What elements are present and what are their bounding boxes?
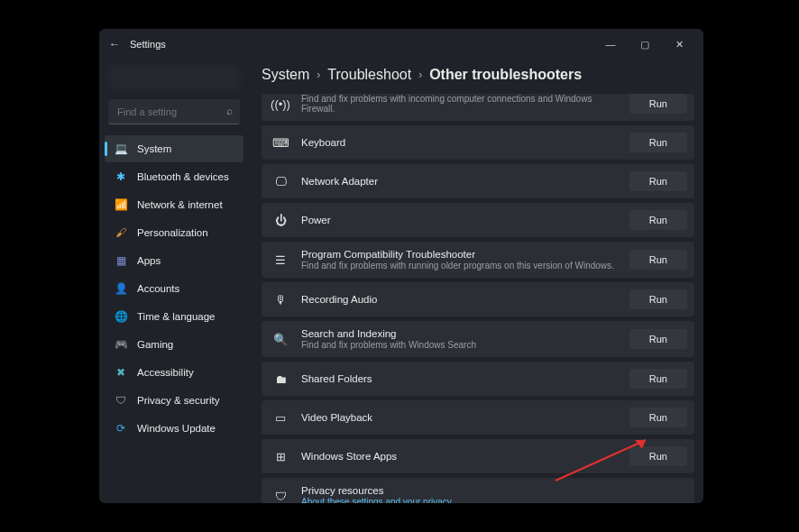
sidebar-item-personalization[interactable]: 🖌Personalization (105, 219, 243, 246)
row-text: Power (301, 215, 622, 225)
crumb-system[interactable]: System (262, 67, 309, 83)
troubleshooter-row: ⊞Windows Store AppsRun (262, 439, 694, 473)
sidebar-item-label: Accounts (137, 283, 179, 294)
row-text: Search and IndexingFind and fix problems… (301, 328, 622, 350)
nav-icon: ✖ (114, 365, 128, 380)
troubleshooter-row: 🖿Shared FoldersRun (262, 362, 694, 396)
maximize-button[interactable]: ▢ (628, 32, 662, 57)
sidebar-item-network-internet[interactable]: 📶Network & internet (105, 191, 243, 218)
nav-icon: 📶 (114, 197, 128, 212)
run-button[interactable]: Run (629, 171, 687, 191)
sidebar-item-label: Apps (137, 255, 161, 266)
sidebar-item-accessibility[interactable]: ✖Accessibility (105, 359, 243, 386)
sidebar-item-label: Accessibility (137, 367, 194, 378)
row-title: Video Playback (301, 412, 622, 423)
row-text: Video Playback (301, 412, 622, 423)
row-text: Shared Folders (301, 373, 622, 384)
row-title: Power (301, 215, 622, 225)
sidebar-item-gaming[interactable]: 🎮Gaming (105, 331, 243, 358)
row-icon: ▭ (271, 411, 290, 425)
search-box: ⌕ (108, 99, 240, 124)
row-icon: ((•)) (271, 97, 290, 111)
row-title: Program Compatibility Troubleshooter (301, 249, 622, 260)
row-text: Keyboard (301, 137, 622, 148)
sidebar: ⌕ 💻System✱Bluetooth & devices📶Network & … (99, 60, 249, 503)
troubleshooter-row: ☰Program Compatibility TroubleshooterFin… (262, 242, 694, 278)
minimize-button[interactable]: — (593, 32, 628, 57)
troubleshooter-row: 🖵Network AdapterRun (262, 164, 694, 198)
row-icon: ⊞ (271, 450, 290, 463)
row-title: Recording Audio (301, 294, 622, 305)
row-text: Network Adapter (301, 176, 622, 187)
run-button[interactable]: Run (629, 250, 687, 270)
row-text: Windows Store Apps (301, 451, 622, 462)
row-icon: ⌨ (271, 136, 290, 150)
settings-window: ← Settings — ▢ ✕ ⌕ 💻System✱Bluetooth & d… (99, 29, 703, 503)
troubleshooter-list: ((•))Incoming ConnectionsFind and fix pr… (262, 94, 694, 503)
sidebar-item-system[interactable]: 💻System (105, 135, 243, 162)
run-button[interactable]: Run (629, 329, 687, 349)
nav-icon: 💻 (114, 142, 128, 156)
row-desc: Find and fix problems with running older… (301, 261, 622, 271)
sidebar-item-label: System (137, 143, 171, 154)
run-button[interactable]: Run (629, 446, 687, 466)
row-desc: Find and fix problems with incoming comp… (301, 94, 622, 114)
sidebar-item-time-language[interactable]: 🌐Time & language (105, 303, 243, 330)
troubleshooter-row: ▭Video PlaybackRun (262, 400, 694, 435)
chevron-right-icon: › (418, 69, 422, 81)
run-button[interactable]: Run (629, 408, 687, 427)
breadcrumb: System › Troubleshoot › Other troublesho… (262, 63, 694, 94)
row-title: Privacy resources (301, 485, 687, 496)
window-controls: — ▢ ✕ (593, 32, 696, 57)
row-icon: 🎙 (271, 293, 290, 307)
chevron-right-icon: › (317, 69, 320, 81)
run-button[interactable]: Run (629, 210, 687, 230)
troubleshooter-row: 🎙Recording AudioRun (262, 282, 694, 316)
nav-icon: 👤 (114, 281, 128, 296)
row-desc: Find and fix problems with Windows Searc… (301, 340, 622, 350)
nav-icon: 🎮 (114, 337, 128, 352)
crumb-troubleshoot[interactable]: Troubleshoot (327, 67, 411, 83)
troubleshooter-row: ⌨KeyboardRun (262, 125, 694, 160)
titlebar: ← Settings — ▢ ✕ (99, 29, 703, 60)
crumb-current: Other troubleshooters (429, 67, 582, 83)
nav-icon: 🖌 (114, 225, 128, 240)
search-icon: ⌕ (226, 105, 233, 117)
run-button[interactable]: Run (629, 94, 687, 114)
row-icon: ☰ (271, 253, 290, 267)
search-input[interactable] (108, 99, 240, 124)
row-title: Shared Folders (301, 373, 622, 384)
sidebar-item-bluetooth-devices[interactable]: ✱Bluetooth & devices (105, 163, 243, 190)
run-button[interactable]: Run (629, 133, 687, 152)
main: System › Troubleshoot › Other troublesho… (249, 60, 703, 503)
row-text: Privacy resourcesAbout these settings an… (301, 485, 687, 503)
nav-icon: 🌐 (114, 309, 128, 324)
privacy-link[interactable]: About these settings and your privacy (301, 497, 687, 503)
back-button[interactable]: ← (106, 36, 123, 52)
run-button[interactable]: Run (629, 369, 687, 389)
sidebar-item-apps[interactable]: ▦Apps (105, 247, 243, 274)
row-icon: 🔍 (271, 333, 290, 346)
nav-icon: ✱ (114, 170, 128, 184)
row-text: Program Compatibility TroubleshooterFind… (301, 249, 622, 271)
sidebar-item-label: Time & language (137, 311, 216, 322)
row-text: Recording Audio (301, 294, 622, 305)
close-button[interactable]: ✕ (662, 32, 696, 57)
sidebar-item-accounts[interactable]: 👤Accounts (105, 275, 243, 302)
sidebar-item-windows-update[interactable]: ⟳Windows Update (105, 415, 243, 442)
row-title: Network Adapter (301, 176, 622, 187)
user-block[interactable] (108, 65, 240, 90)
sidebar-item-label: Personalization (137, 227, 208, 238)
nav: 💻System✱Bluetooth & devices📶Network & in… (105, 135, 243, 442)
sidebar-item-label: Network & internet (137, 199, 223, 210)
troubleshooter-row: ⏻PowerRun (262, 203, 694, 237)
sidebar-item-privacy-security[interactable]: 🛡Privacy & security (105, 387, 243, 414)
row-title: Keyboard (301, 137, 622, 148)
row-title: Windows Store Apps (301, 451, 622, 462)
row-icon: 🖵 (271, 175, 290, 188)
row-icon: 🖿 (271, 372, 290, 386)
app-title: Settings (130, 39, 166, 50)
run-button[interactable]: Run (629, 289, 687, 309)
troubleshooter-row: 🔍Search and IndexingFind and fix problem… (262, 321, 694, 357)
row-title: Search and Indexing (301, 328, 622, 339)
